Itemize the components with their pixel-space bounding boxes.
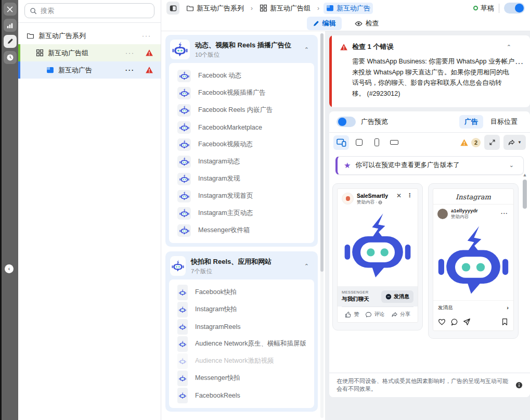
chart-icon[interactable] [4,19,17,32]
versions-banner[interactable]: ★ 你可以在预览中查看更多广告版本了 ⌄ [335,156,524,175]
share-plane-icon[interactable] [463,318,471,326]
preview-toggle[interactable] [337,117,356,127]
square-format-icon[interactable] [351,135,367,150]
tab-label: 检查 [366,19,379,28]
tab-edit[interactable]: 编辑 [307,17,342,30]
vertical-format-icon[interactable] [369,135,384,150]
tree-item[interactable]: 新互动广告组 ··· [18,44,161,61]
history-clock-icon[interactable] [4,51,17,64]
placement-item[interactable]: FacebookMarketplace [169,119,314,136]
more-options-icon[interactable]: ··· [500,211,509,217]
cta-title: 与我们聊天 [342,296,369,303]
placement-list: Facebook快拍 Instagram快拍 InstagramReels [169,279,314,408]
placement-item[interactable]: Facebook 动态 [169,67,314,84]
placement-item[interactable]: FacebookReels [169,387,314,404]
placement-item[interactable]: Instagram主页动态 [169,205,314,222]
cta-label: 发消息 [438,304,453,311]
placement-item[interactable]: Facebook快拍 [169,284,314,301]
error-accent-bar [329,35,332,107]
breadcrumb-item[interactable]: 新互动广告组 [257,3,313,14]
action-label: 分享 [400,311,410,318]
chevron-down-icon[interactable]: ⌄ [506,162,517,169]
placement-item[interactable]: Facebook视频插播广告 [169,84,314,101]
share-preview-button[interactable]: ▼ [503,135,526,150]
placement-item[interactable]: Audience Network原生、横幅和插屏版位 [169,335,314,352]
preview-tab-ad[interactable]: 广告 [459,115,483,129]
placement-section-header[interactable]: 快拍和 Reels、应用和网站 7个版位 ⌃ [169,255,314,279]
placement-label: Facebook快拍 [195,288,237,297]
placement-item[interactable]: Instagram发现首页 [169,187,314,205]
breadcrumb-item[interactable]: 新互动广告 [324,3,373,14]
tree-item[interactable]: 新互动广告系列 ··· [18,27,161,44]
tab-review[interactable]: 检查 [349,17,385,30]
share-arrow-icon [391,311,398,318]
placement-item[interactable]: Facebook视频动态 [169,136,314,153]
fb-action-like[interactable]: 赞 [345,311,359,318]
bookmark-icon[interactable] [501,318,509,326]
info-icon[interactable] [515,381,523,389]
preview-tab-placement[interactable]: 目标位置 [485,115,523,129]
warning-triangle-icon [460,138,469,147]
close-icon[interactable] [4,3,17,16]
chevron-up-icon[interactable]: ⌃ [301,263,312,270]
error-icon [145,49,153,57]
thumbs-up-icon [345,311,352,318]
close-icon[interactable]: ✕ [395,193,403,199]
search-input[interactable] [41,7,149,15]
placement-item[interactable]: Audience Network激励视频 [169,352,314,370]
placements-scrollbar[interactable] [320,33,324,418]
breadcrumb-item[interactable]: 新互动广告系列 [184,3,247,14]
placement-item[interactable]: Instagram发现 [169,170,314,187]
robot-icon [177,285,188,300]
left-rail: ‹ [0,0,18,420]
placement-item[interactable]: Messenger收件箱 [169,222,314,239]
campaign-tree-panel: 新互动广告系列 ··· 新互动广告组 ··· 新互动广告 ··· [18,0,161,420]
more-options-icon[interactable]: ··· [123,67,137,74]
chevron-up-icon[interactable]: ⌃ [301,46,312,53]
send-message-button[interactable]: 发消息 [381,290,413,303]
fb-action-share[interactable]: 分享 [391,311,410,318]
ig-cta-row[interactable]: 发消息 › [433,300,513,315]
preview-scrollbar[interactable]: ▲ ▼ [522,173,528,379]
placement-section: 快拍和 Reels、应用和网站 7个版位 ⌃ Facebook快拍 [165,251,318,412]
preview-warnings[interactable]: 2 [460,138,481,147]
mode-tabs: 编辑 检查 [161,16,530,31]
more-options-icon[interactable]: ··· [515,59,524,67]
placement-item[interactable]: Instagram动态 [169,153,314,170]
right-panel: 检查 1 个错误 ⌃ 需要 WhatsApp Business: 你需要用 Wh… [325,31,530,420]
section-subtitle: 7个版位 [191,268,296,275]
fb-action-comment[interactable]: 评论 [365,311,384,318]
placement-item[interactable]: Facebook Reels 内嵌广告 [169,101,314,119]
placement-label: Audience Network激励视频 [195,357,274,365]
placement-item[interactable]: Instagram快拍 [169,301,314,318]
placement-item[interactable]: Messenger快拍 [169,370,314,387]
error-icon [145,66,153,74]
collapse-panel-icon[interactable]: ‹ [5,264,14,273]
placement-section-header[interactable]: 动态、视频和 Reels 插播广告位 10个版位 ⌃ [169,39,314,63]
like-heart-icon[interactable] [438,318,446,326]
tree-item[interactable]: 新互动广告 ··· [18,61,161,79]
more-options-icon[interactable]: ⋮ [406,193,413,198]
more-options-icon[interactable]: ··· [123,49,137,57]
publish-toggle[interactable] [504,3,525,14]
placement-label: Instagram动态 [198,157,240,166]
profile-avatar [437,209,448,219]
scrollbar-thumb[interactable] [523,180,527,209]
all-devices-icon[interactable] [333,135,349,150]
placement-item[interactable]: InstagramReels [169,318,314,335]
search-box[interactable] [24,3,154,18]
section-title: 快拍和 Reels、应用和网站 [191,258,272,265]
comment-icon[interactable] [450,318,458,326]
username: a1ellyyyydr [451,208,478,213]
scroll-up-icon[interactable]: ▲ [523,173,527,177]
chevron-up-icon[interactable]: ⌃ [503,44,514,50]
ad-icon [46,66,54,74]
more-options-icon[interactable]: ··· [140,32,153,40]
action-label: 赞 [354,311,359,318]
placement-section-collapsed[interactable]: Facebook搜索结果 [165,416,318,420]
instagram-preview-card: Instagram a1ellyyyydr 赞助内容 ··· [428,183,519,339]
pencil-icon[interactable] [4,35,17,48]
expand-preview-icon[interactable] [484,135,500,150]
horizontal-format-icon[interactable] [386,135,402,150]
toggle-sidebar-icon[interactable] [166,2,179,15]
